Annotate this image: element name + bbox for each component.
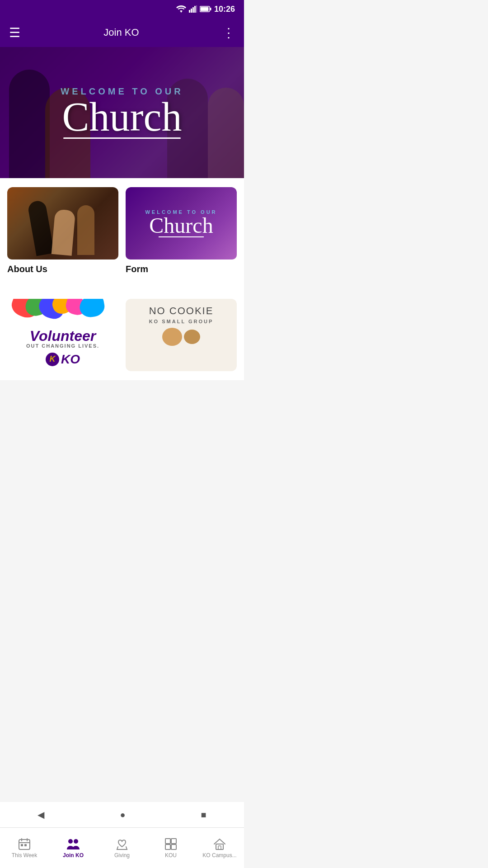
no-cookie-title: NO COOKIE [149, 305, 214, 317]
top-nav: ☰ Join KO ⋮ [0, 18, 244, 47]
volunteer-logo-k: K [50, 354, 56, 364]
about-us-card[interactable]: About Us [7, 187, 118, 276]
hamburger-menu-icon[interactable]: ☰ [9, 25, 20, 40]
svg-rect-4 [196, 5, 197, 13]
no-cookie-card-image: NO COOKIE KO SMALL GROUP [126, 299, 237, 371]
page-content: WELCOME TO OUR Church About Us [0, 47, 244, 453]
hero-text-container: WELCOME TO OUR Church [61, 86, 183, 139]
volunteer-sub-text: OUT CHANGING LIVES. [26, 343, 99, 349]
person-silhouette-1 [9, 70, 50, 178]
dance-scene [7, 187, 118, 259]
svg-rect-0 [189, 10, 190, 13]
spacer [7, 290, 237, 299]
volunteer-logo-row: K KO [46, 352, 80, 367]
form-church-text: WELCOME TO OUR Church [145, 209, 217, 237]
no-cookie-card[interactable]: NO COOKIE KO SMALL GROUP [126, 299, 237, 371]
svg-rect-2 [192, 7, 194, 13]
content-area: About Us WELCOME TO OUR Church Form [0, 178, 244, 380]
svg-rect-3 [194, 6, 196, 13]
status-icons: 10:26 [176, 5, 235, 14]
wifi-icon [176, 5, 186, 13]
svg-rect-1 [191, 9, 192, 13]
no-cookie-subtitle: KO SMALL GROUP [149, 319, 214, 324]
status-bar: 10:26 [0, 0, 244, 18]
svg-rect-6 [210, 8, 211, 10]
volunteer-ko-text: KO [61, 352, 80, 367]
bottom-cards-grid: Volunteer OUT CHANGING LIVES. K KO NO CO… [7, 299, 237, 371]
volunteer-card[interactable]: Volunteer OUT CHANGING LIVES. K KO [7, 299, 118, 371]
about-us-card-image [7, 187, 118, 259]
cards-grid: About Us WELCOME TO OUR Church Form [7, 187, 237, 276]
volunteer-text: Volunteer [30, 329, 96, 343]
dancer-3 [77, 205, 94, 255]
nav-title: Join KO [103, 27, 139, 38]
form-card[interactable]: WELCOME TO OUR Church Form [126, 187, 237, 276]
form-label: Form [126, 259, 237, 276]
hero-church-text: Church [61, 97, 183, 137]
volunteer-logo-circle: K [46, 353, 59, 366]
dancer-2 [51, 209, 75, 256]
svg-rect-7 [200, 7, 208, 11]
splatter-blob-6 [78, 299, 106, 319]
status-time: 10:26 [214, 5, 235, 14]
form-card-image: WELCOME TO OUR Church [126, 187, 237, 259]
cookie-1 [162, 328, 182, 346]
hero-banner: WELCOME TO OUR Church [0, 47, 244, 178]
person-silhouette-4 [208, 88, 244, 178]
volunteer-card-image: Volunteer OUT CHANGING LIVES. K KO [7, 299, 118, 371]
battery-icon [200, 6, 211, 12]
about-us-label: About Us [7, 259, 118, 276]
cookie-2 [184, 330, 200, 344]
more-options-icon[interactable]: ⋮ [222, 25, 235, 40]
signal-icon [189, 5, 197, 13]
cookie-image-area [130, 328, 232, 346]
dancer-1 [27, 199, 54, 256]
form-church-script: Church [145, 215, 217, 236]
